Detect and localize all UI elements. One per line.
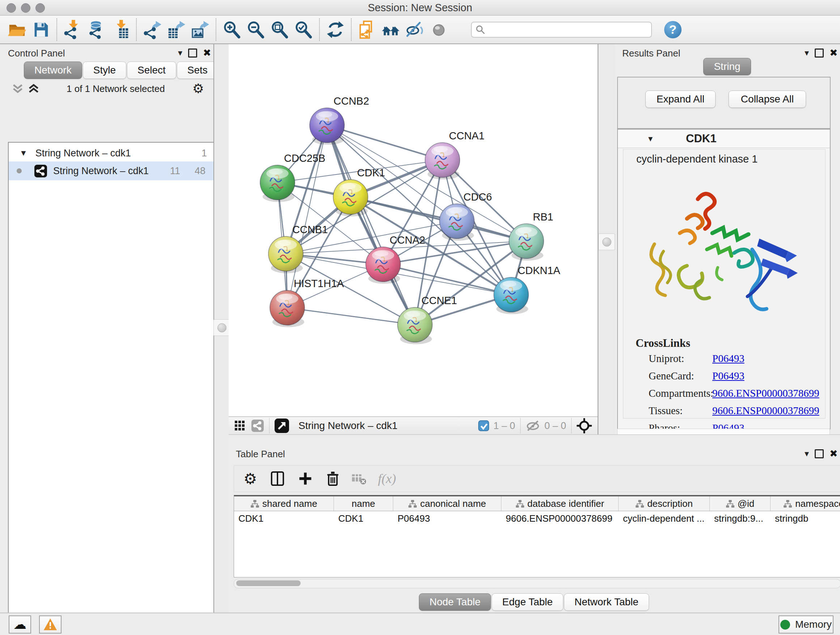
string-share-icon[interactable] (251, 419, 264, 432)
network-options-gear-icon[interactable]: ⚙ (193, 81, 204, 96)
show-panel-button[interactable] (427, 18, 451, 42)
zoom-fit-content-button[interactable] (268, 18, 292, 42)
hide-panels-button[interactable] (403, 18, 427, 42)
network-node-CDK1[interactable]: CDK1 (333, 167, 385, 217)
table-cell[interactable]: stringdb (771, 511, 840, 526)
control-panel-float-icon[interactable] (188, 49, 197, 57)
table-panel-close-icon[interactable]: ✖ (829, 448, 838, 459)
network-collection-row[interactable]: ▼ String Network – cdk1 1 (9, 145, 213, 162)
table-cell[interactable]: stringdb:9... (710, 511, 771, 526)
right-splitter[interactable] (598, 44, 616, 434)
compartments-link[interactable]: 9606.ENSP00000378699 (712, 387, 819, 399)
warnings-button[interactable] (39, 616, 62, 633)
tree-expand-arrow-icon[interactable]: ▼ (19, 149, 27, 158)
export-network-button[interactable] (141, 18, 164, 42)
tab-select[interactable]: Select (127, 62, 176, 79)
delete-column-trash-icon[interactable] (325, 470, 340, 487)
table-hscrollbar[interactable] (234, 579, 840, 588)
collapse-all-button[interactable]: Collapse All (729, 90, 806, 108)
refresh-view-button[interactable] (324, 18, 347, 42)
results-panel-menu-icon[interactable]: ▾ (805, 48, 809, 58)
import-network-button[interactable] (61, 18, 85, 42)
uniprot-link[interactable]: P06493 (712, 353, 745, 364)
column-header-canonical-name[interactable]: canonical name (393, 496, 501, 511)
gene-section-header[interactable]: ▾ CDK1 (618, 130, 830, 148)
results-panel-float-icon[interactable] (815, 49, 824, 57)
table-cell[interactable]: CDK1 (234, 511, 334, 526)
tissues-link[interactable]: 9606.ENSP00000378699 (712, 405, 819, 417)
network-node-RB1[interactable]: RB1 (509, 211, 553, 261)
table-panel-menu-icon[interactable]: ▾ (805, 448, 809, 459)
table-cell[interactable]: P06493 (393, 511, 501, 526)
collapse-all-chevron-icon[interactable] (12, 84, 23, 94)
network-edge-CCNB2-CCNE1[interactable] (327, 125, 415, 325)
network-node-CCNB1[interactable]: CCNB1 (268, 224, 328, 273)
expand-all-button[interactable]: Expand All (645, 90, 715, 108)
save-session-button[interactable] (29, 18, 53, 42)
network-edge-HIST1H1A-CCNE1[interactable] (287, 308, 415, 325)
network-node-CCNE1[interactable]: CCNE1 (398, 295, 457, 344)
tab-network[interactable]: Network (24, 62, 82, 79)
zoom-out-button[interactable] (244, 18, 268, 42)
left-splitter[interactable] (213, 44, 230, 613)
zoom-selected-button[interactable] (292, 18, 316, 42)
column-header-shared-name[interactable]: shared name (234, 496, 334, 511)
column-header-namespace[interactable]: namespace (771, 496, 840, 511)
help-button[interactable]: ? (664, 21, 682, 38)
expand-all-chevron-icon[interactable] (28, 84, 39, 94)
table-hscrollbar-thumb[interactable] (236, 580, 301, 586)
tab-style[interactable]: Style (83, 62, 126, 79)
network-node-CCNB2[interactable]: CCNB2 (309, 95, 369, 145)
tab-sets[interactable]: Sets (177, 62, 218, 79)
table-options-gear-icon[interactable]: ⚙ (243, 470, 257, 488)
zoom-in-button[interactable] (220, 18, 244, 42)
gene-collapse-arrow-icon[interactable]: ▾ (648, 134, 653, 144)
genecard-link[interactable]: P06493 (712, 370, 745, 382)
import-database-button[interactable] (85, 18, 109, 42)
memory-button[interactable]: Memory (778, 616, 834, 633)
export-table-button[interactable] (164, 18, 188, 42)
open-session-file-button[interactable] (355, 18, 379, 42)
tab-string[interactable]: String (703, 58, 751, 75)
crosshair-icon[interactable] (576, 418, 592, 433)
tab-edge-table[interactable]: Edge Table (492, 593, 563, 611)
network-canvas[interactable]: CCNB2CCNA1CDC25BCDK1CDC6RB1CCNB1CCNA2CDK… (229, 44, 598, 416)
import-table-button[interactable] (109, 18, 133, 42)
results-panel-close-icon[interactable]: ✖ (829, 47, 838, 59)
network-node-HIST1H1A[interactable]: HIST1H1A (270, 278, 344, 327)
search-input[interactable] (485, 24, 639, 35)
table-panel-float-icon[interactable] (815, 449, 824, 458)
column-header-database-identifier[interactable]: database identifier (501, 496, 619, 511)
cloud-button[interactable]: ☁ (9, 616, 31, 633)
network-edge-CCNB2-CCNA1[interactable] (327, 125, 442, 160)
home-button[interactable] (379, 18, 403, 42)
control-panel-menu-icon[interactable]: ▾ (178, 48, 182, 58)
create-column-plus-icon[interactable] (298, 471, 313, 486)
network-node-CCNA1[interactable]: CCNA1 (425, 130, 485, 180)
right-splitter-handle[interactable] (598, 233, 615, 250)
tab-network-table[interactable]: Network Table (564, 593, 649, 611)
network-row-selected[interactable]: String Network – cdk1 11 48 (9, 162, 213, 180)
network-node-CDKN1A[interactable]: CDKN1A (494, 264, 561, 314)
left-splitter-handle[interactable] (213, 319, 230, 336)
network-status-dot-icon (17, 168, 22, 173)
search-box[interactable] (471, 22, 652, 38)
table-cell[interactable]: CDK1 (334, 511, 393, 526)
column-header-name[interactable]: name (334, 496, 393, 511)
column-header-description[interactable]: description (619, 496, 710, 511)
table-cell[interactable]: cyclin-dependent ... (619, 511, 710, 526)
tab-node-table[interactable]: Node Table (419, 593, 491, 611)
column-header-id[interactable]: @id (710, 496, 771, 511)
open-folder-button[interactable] (5, 18, 29, 42)
network-edge-CDK1-RB1[interactable] (351, 197, 526, 241)
table-cell[interactable]: 9606.ENSP00000378699 (501, 511, 619, 526)
hidden-eye-icon[interactable] (526, 420, 540, 432)
show-columns-icon[interactable] (270, 470, 286, 486)
control-panel-close-icon[interactable]: ✖ (203, 47, 211, 59)
network-node-CDC6[interactable]: CDC6 (439, 191, 492, 241)
export-image-button[interactable] (188, 18, 212, 42)
open-in-browser-icon[interactable] (275, 418, 289, 433)
table-row[interactable]: CDK1CDK1P064939606.ENSP00000378699cyclin… (234, 511, 840, 526)
selected-checkbox-icon[interactable] (478, 420, 489, 431)
birds-eye-grid-icon[interactable] (234, 420, 245, 431)
